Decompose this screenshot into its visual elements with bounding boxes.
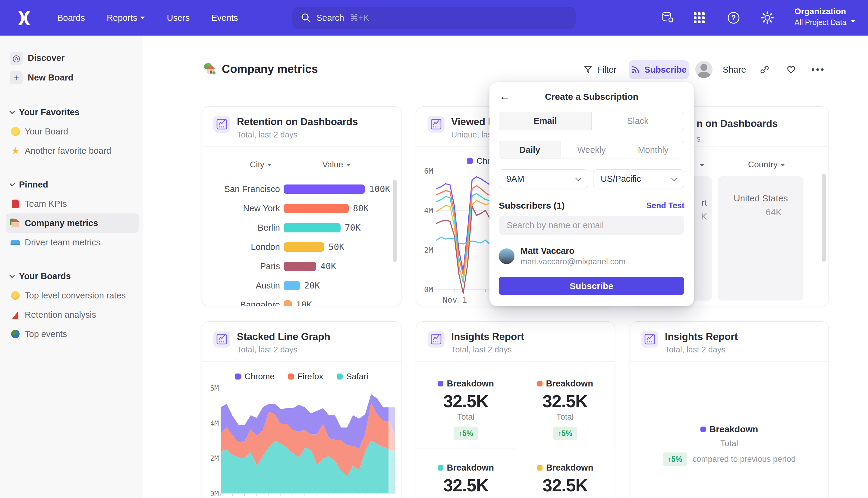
sidebar-primary-item[interactable]: ◎ Discover <box>6 48 139 68</box>
data-management-icon[interactable] <box>660 10 676 26</box>
board-label: Top events <box>25 329 67 339</box>
metric-tile[interactable]: Breakdown 32.5K Total ↑5% <box>416 365 516 449</box>
section-header[interactable]: Your Boards <box>6 266 139 286</box>
copy-link-button[interactable] <box>760 60 770 79</box>
frequency-tabs: Daily Weekly Monthly <box>499 141 684 159</box>
value-bar <box>284 300 292 306</box>
subscriber-row[interactable]: Matt Vaccaro matt.vaccaro@mixpanel.com <box>499 248 626 264</box>
delta-note: compared to previous period <box>693 455 796 464</box>
metric-sub-label: Total <box>457 497 475 498</box>
value-bar <box>284 262 316 271</box>
mixpanel-logo-icon[interactable] <box>17 11 31 25</box>
svg-text:?: ? <box>732 14 736 22</box>
breakdown-swatch <box>438 465 443 471</box>
table-row[interactable]: Paris 40K <box>202 257 401 276</box>
sidebar-primary: ◎ Discover + New Board <box>6 48 139 88</box>
column-header-country[interactable]: Country <box>741 160 792 169</box>
modal-subscribe-button[interactable]: Subscribe <box>499 277 684 295</box>
card-title: Insights Report <box>451 331 524 342</box>
metric-sub-label: Total <box>556 412 574 422</box>
metric-tile[interactable]: Breakdown 32.5K Total ↑5% <box>516 365 615 449</box>
table-row[interactable]: San Francisco 100K <box>202 179 401 199</box>
metric-tile[interactable]: Breakdown 32.5K Total <box>416 449 516 498</box>
channel-tab[interactable]: Email <box>499 112 591 130</box>
section-header-label: Your Favorites <box>19 107 80 117</box>
favorite-button[interactable] <box>786 60 796 79</box>
table-row[interactable]: Bangalore 10K <box>202 295 401 306</box>
table-row[interactable]: New York 80K <box>202 199 401 218</box>
nav-boards[interactable]: Boards <box>57 13 85 23</box>
sidebar-board-item[interactable]: Driver team metrics <box>6 233 139 252</box>
filter-button[interactable]: Filter <box>583 60 616 79</box>
frequency-tab[interactable]: Weekly <box>561 141 622 159</box>
section-header-label: Pinned <box>19 180 48 189</box>
nav-links: Boards Reports Users Events <box>57 0 238 36</box>
value-label: 70K <box>345 222 360 233</box>
sidebar-board-item[interactable]: Team KPIs <box>6 194 139 213</box>
column-header-value[interactable]: Value <box>315 160 358 169</box>
sidebar-primary-label: New Board <box>28 73 73 82</box>
scrollbar[interactable] <box>822 174 826 262</box>
metric-tiles: Breakdown 32.5K Total ↑5% Breakdown 32.5… <box>416 365 615 498</box>
time-select[interactable]: 9AM <box>499 169 588 188</box>
country-name: United States <box>718 193 803 204</box>
value-bar <box>284 204 349 213</box>
sidebar-board-item[interactable]: Your Board <box>6 122 139 141</box>
settings-gear-icon[interactable] <box>760 10 775 26</box>
nav-users[interactable]: Users <box>167 13 190 23</box>
sidebar-board-item[interactable]: Top events <box>6 324 139 344</box>
search-input[interactable]: Search ⌘+K <box>292 6 576 29</box>
sidebar-board-item[interactable]: Top level conversion rates <box>6 286 139 305</box>
frequency-tab[interactable]: Monthly <box>622 141 684 159</box>
table-row[interactable]: Berlin 70K <box>202 218 401 237</box>
section-header[interactable]: Your Favorites <box>6 103 139 122</box>
sidebar-board-item[interactable]: Another favorite board <box>6 141 139 160</box>
board-label: Another favorite board <box>25 146 111 156</box>
avatar[interactable] <box>695 61 712 78</box>
send-test-link[interactable]: Send Test <box>646 201 684 210</box>
value-label: 100K <box>369 184 390 194</box>
breakdown-label: Breakdown <box>447 463 494 473</box>
svg-text:6M: 6M <box>211 384 219 393</box>
sidebar-board-item[interactable]: Retention analysis <box>6 305 139 324</box>
more-options-button[interactable]: ••• <box>811 60 826 79</box>
scrollbar[interactable] <box>393 180 397 262</box>
section-header[interactable]: Pinned <box>6 175 139 194</box>
org-switcher[interactable]: Organization All Project Data <box>794 6 846 27</box>
subscriber-search-input[interactable]: Search by name or email <box>499 216 684 235</box>
nav-events[interactable]: Events <box>211 13 238 23</box>
timezone-select[interactable]: US/Pacific <box>593 169 684 188</box>
channel-tab[interactable]: Slack <box>591 112 684 130</box>
table-row[interactable]: Austin 20K <box>202 276 401 295</box>
stacked-area-chart[interactable]: 6M4M2M0M <box>211 378 398 498</box>
metric-tile[interactable]: Breakdown 32.5K Total <box>516 449 615 498</box>
heart-icon <box>786 65 796 75</box>
sidebar-board-item[interactable]: Company metrics <box>6 213 139 233</box>
share-button[interactable]: Share <box>723 60 746 79</box>
help-icon[interactable]: ? <box>726 10 742 26</box>
svg-text:Nov 1: Nov 1 <box>442 295 467 304</box>
table-row[interactable]: London 50K <box>202 237 401 257</box>
subscribe-button[interactable]: Subscribe <box>629 60 689 79</box>
column-header-city[interactable]: City <box>235 160 286 169</box>
card-subtitle: Total, last 2 days <box>451 345 524 354</box>
subscribe-label: Subscribe <box>644 65 686 75</box>
city-label: London <box>202 242 280 252</box>
org-project: All Project Data <box>794 18 846 27</box>
board-emoji-icon <box>10 310 21 320</box>
svg-text:4M: 4M <box>424 206 433 215</box>
board-emoji-icon <box>10 218 21 228</box>
delta-badge: ↑5% <box>553 427 577 440</box>
card-stacked-line-graph: Stacked Line Graph Total, last 2 days Ch… <box>202 322 401 498</box>
sidebar-primary-label: Discover <box>28 53 65 63</box>
board-label: Team KPIs <box>25 199 67 209</box>
board-emoji-icon <box>10 329 21 339</box>
sidebar-primary-item[interactable]: + New Board <box>6 68 139 88</box>
frequency-tab[interactable]: Daily <box>499 141 561 159</box>
apps-grid-icon[interactable] <box>691 10 707 26</box>
sort-caret-icon <box>267 164 271 167</box>
value-label: 50K <box>329 242 344 252</box>
card-subtitle-fragment: s <box>696 134 701 144</box>
org-name: Organization <box>794 6 846 16</box>
nav-reports[interactable]: Reports <box>107 13 145 23</box>
